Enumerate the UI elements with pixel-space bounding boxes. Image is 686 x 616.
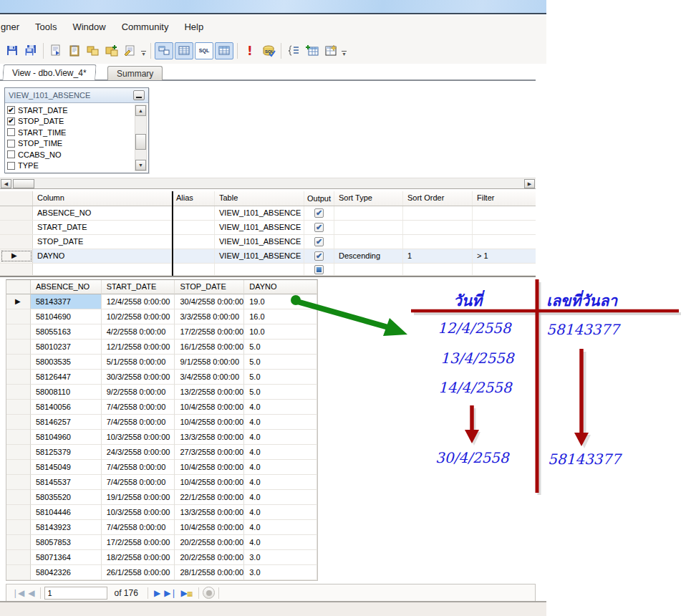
criteria-output-cell[interactable] bbox=[304, 264, 334, 275]
results-cell[interactable]: 13/3/2558 0:00:00 bbox=[175, 430, 244, 445]
results-cell[interactable]: 4.0 bbox=[244, 415, 317, 430]
results-row-selector[interactable] bbox=[6, 535, 31, 550]
results-cell[interactable]: 58057853 bbox=[31, 535, 102, 550]
criteria-column-header[interactable]: Filter bbox=[473, 191, 536, 206]
results-row-selector[interactable] bbox=[6, 385, 31, 400]
results-cell[interactable]: 4/2/2558 0:00:00 bbox=[102, 324, 175, 340]
results-row-selector[interactable] bbox=[6, 400, 31, 415]
results-cell[interactable]: 4.0 bbox=[244, 535, 317, 550]
show-results-pane-button[interactable] bbox=[215, 42, 233, 59]
results-cell[interactable]: 3.0 bbox=[244, 565, 317, 580]
scroll-up-icon[interactable]: ▲ bbox=[135, 105, 146, 116]
scroll-right-icon[interactable]: ▶ bbox=[524, 179, 535, 188]
results-row-selector[interactable] bbox=[6, 475, 31, 490]
criteria-column-header[interactable]: Sort Order bbox=[403, 191, 473, 206]
results-cell[interactable]: 10/3/2558 0:00:00 bbox=[102, 505, 175, 520]
criteria-column-divider[interactable] bbox=[172, 191, 173, 276]
menu-item-tools[interactable]: Tools bbox=[27, 19, 64, 35]
results-cell[interactable]: 10/4/2558 0:00:00 bbox=[175, 460, 244, 475]
table-row[interactable]: 5810444610/3/2558 0:00:0013/3/2558 0:00:… bbox=[6, 505, 317, 520]
table-row[interactable]: 580035355/1/2558 0:00:009/1/2558 0:00:00… bbox=[6, 355, 317, 370]
criteria-sort-order-cell[interactable] bbox=[403, 235, 473, 249]
results-cell[interactable]: 4.0 bbox=[244, 505, 317, 520]
results-cell[interactable]: 4.0 bbox=[244, 460, 317, 475]
results-row-selector[interactable] bbox=[6, 340, 31, 355]
results-cell[interactable]: 58008110 bbox=[31, 385, 102, 400]
add-derived-table-icon[interactable] bbox=[322, 42, 339, 59]
criteria-filter-cell[interactable]: > 1 bbox=[473, 249, 536, 263]
results-cell[interactable]: 10/2/2558 0:00:00 bbox=[102, 309, 175, 324]
criteria-row-selector[interactable] bbox=[0, 264, 33, 275]
results-cell[interactable]: 58003535 bbox=[31, 355, 102, 370]
results-column-header[interactable]: STOP_DATE bbox=[175, 280, 244, 294]
criteria-alias-cell[interactable] bbox=[172, 221, 215, 234]
criteria-table-cell[interactable]: VIEW_I101_ABSENCE bbox=[215, 221, 304, 234]
first-record-icon[interactable]: ❘◀ bbox=[11, 588, 24, 598]
results-cell[interactable]: 58104960 bbox=[31, 430, 102, 445]
criteria-column-header[interactable]: Alias bbox=[172, 191, 215, 206]
add-objects-icon[interactable] bbox=[103, 42, 120, 59]
output-checkbox-icon[interactable]: ✔ bbox=[314, 223, 324, 232]
results-cell[interactable]: 30/3/2558 0:00:00 bbox=[102, 370, 175, 385]
criteria-alias-cell[interactable] bbox=[172, 249, 215, 263]
results-cell[interactable]: 12/1/2558 0:00:00 bbox=[102, 340, 175, 355]
results-cell[interactable]: 4.0 bbox=[244, 445, 317, 460]
table-row[interactable]: 581400567/4/2558 0:00:0010/4/2558 0:00:0… bbox=[6, 400, 317, 415]
results-row-selector[interactable] bbox=[6, 565, 31, 580]
results-cell[interactable]: 7/4/2558 0:00:00 bbox=[102, 415, 175, 430]
results-cell[interactable]: 4.0 bbox=[244, 400, 317, 415]
results-row-selector[interactable] bbox=[6, 355, 31, 370]
results-cell[interactable]: 3/3/2558 0:00:00 bbox=[175, 309, 244, 324]
results-cell[interactable]: 58143923 bbox=[31, 520, 102, 535]
move-to-new-record-icon[interactable]: ▶▦ bbox=[180, 588, 193, 598]
group-by-icon[interactable] bbox=[285, 42, 302, 59]
results-cell[interactable]: 10/3/2558 0:00:00 bbox=[102, 430, 175, 445]
table-row[interactable]: 581439237/4/2558 0:00:0010/4/2558 0:00:0… bbox=[6, 520, 317, 535]
criteria-output-cell[interactable]: ✔ bbox=[304, 249, 334, 263]
criteria-column-cell[interactable]: START_DATE bbox=[33, 221, 172, 234]
results-cell[interactable]: 7/4/2558 0:00:00 bbox=[102, 520, 175, 535]
results-row-selector[interactable] bbox=[6, 505, 31, 520]
criteria-sort-type-cell[interactable] bbox=[334, 206, 403, 220]
criteria-row[interactable]: ABSENCE_NOVIEW_I101_ABSENCE✔ bbox=[0, 206, 536, 221]
criteria-row[interactable]: START_DATEVIEW_I101_ABSENCE✔ bbox=[0, 221, 536, 235]
results-cell[interactable]: 10/4/2558 0:00:00 bbox=[175, 475, 244, 490]
criteria-output-cell[interactable]: ✔ bbox=[304, 221, 334, 234]
minimize-icon[interactable] bbox=[133, 90, 145, 100]
results-row-selector[interactable] bbox=[6, 460, 31, 475]
criteria-column-header[interactable]: Table bbox=[215, 191, 304, 206]
criteria-column-header[interactable]: Sort Type bbox=[334, 191, 403, 206]
output-checkbox-indeterminate-icon[interactable] bbox=[314, 265, 324, 274]
criteria-row-selector[interactable] bbox=[0, 221, 33, 234]
results-cell[interactable]: 58145537 bbox=[31, 475, 102, 490]
results-cell[interactable]: 58104690 bbox=[31, 309, 102, 324]
toolbar-overflow-icon[interactable]: ▾ bbox=[340, 42, 348, 59]
criteria-output-cell[interactable]: ✔ bbox=[304, 235, 334, 249]
show-diagram-pane-button[interactable] bbox=[155, 42, 173, 59]
results-column-header[interactable]: START_DATE bbox=[102, 280, 175, 294]
show-sql-pane-button[interactable]: SQL bbox=[195, 42, 213, 59]
results-cell[interactable]: 13/2/2558 0:00:00 bbox=[175, 385, 244, 400]
results-cell[interactable]: 17/2/2558 0:00:00 bbox=[102, 535, 175, 550]
criteria-column-header[interactable]: Output bbox=[304, 191, 334, 206]
diagram-column-row[interactable]: TYPE bbox=[6, 160, 134, 172]
results-cell[interactable]: 20/2/2558 0:00:00 bbox=[175, 550, 244, 565]
unchecked-checkbox-icon[interactable] bbox=[7, 162, 15, 170]
results-cell[interactable]: 12/4/2558 0:00:00 bbox=[102, 294, 175, 309]
table-row[interactable]: 581450497/4/2558 0:00:0010/4/2558 0:00:0… bbox=[6, 460, 317, 475]
results-cell[interactable]: 58104446 bbox=[31, 505, 102, 520]
criteria-column-cell[interactable] bbox=[33, 264, 172, 275]
results-row-selector[interactable] bbox=[6, 490, 31, 505]
results-cell[interactable]: 5.0 bbox=[244, 340, 317, 355]
save-all-icon[interactable] bbox=[22, 42, 39, 59]
menu-item-help[interactable]: Help bbox=[176, 19, 211, 35]
show-criteria-pane-button[interactable] bbox=[175, 42, 193, 59]
diagram-list-scrollbar[interactable]: ▲ ▼ bbox=[135, 105, 147, 171]
diagram-h-scrollbar[interactable]: ◀ ▶ bbox=[0, 178, 536, 189]
results-cell[interactable]: 5.0 bbox=[244, 355, 317, 370]
table-row[interactable]: 580551634/2/2558 0:00:0017/2/2558 0:00:0… bbox=[6, 324, 317, 340]
generate-script-icon[interactable] bbox=[47, 42, 64, 59]
diagram-column-row[interactable]: STOP_TIME bbox=[6, 138, 134, 150]
results-cell[interactable]: 13/3/2558 0:00:00 bbox=[175, 505, 244, 520]
results-cell[interactable]: 10/4/2558 0:00:00 bbox=[175, 415, 244, 430]
